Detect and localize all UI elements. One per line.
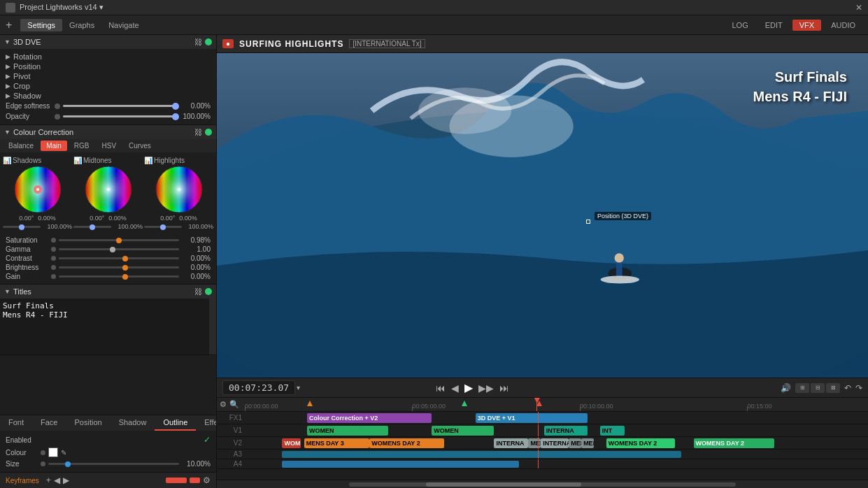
saturation-reset[interactable]: [51, 238, 56, 243]
clip-v1-int[interactable]: INT: [600, 426, 625, 436]
cc-collapse-arrow[interactable]: ▼: [4, 129, 10, 136]
size-reset[interactable]: [41, 461, 45, 466]
rewind-button[interactable]: ⏮: [436, 382, 446, 394]
edge-softness-track[interactable]: [63, 105, 176, 107]
tab-shadow[interactable]: Shadow: [111, 415, 155, 431]
track-fx1-content[interactable]: Colour Correction + V2 3D DVE + V1: [245, 412, 868, 424]
kf-prev-btn[interactable]: ◀: [54, 475, 60, 485]
tab-graphs[interactable]: Graphs: [62, 19, 101, 31]
opacity-reset[interactable]: [55, 114, 60, 120]
ctrl-btn-3[interactable]: ⊠: [826, 383, 840, 393]
edge-softness-reset[interactable]: [55, 103, 60, 109]
audio-icon[interactable]: 🔊: [781, 383, 791, 393]
clip-a4[interactable]: [282, 461, 519, 468]
clip-v2-womens2[interactable]: WOMENS DAY 2: [369, 438, 444, 448]
clip-v2-mend-1[interactable]: MEND: [528, 438, 541, 448]
timeline-scrollbar[interactable]: [217, 480, 868, 488]
clip-v2-womens3[interactable]: WOMENS DAY 2: [606, 438, 675, 448]
nav-audio[interactable]: AUDIO: [824, 20, 862, 31]
colour-reset[interactable]: [41, 450, 45, 455]
clip-a3[interactable]: [282, 451, 681, 458]
tab-effects[interactable]: Effects: [196, 415, 217, 431]
tab-face[interactable]: Face: [32, 415, 66, 431]
clip-cc[interactable]: Colour Correction + V2: [307, 413, 432, 423]
track-v2-content[interactable]: WOM MENS DAY 3 WOMENS DAY 2 INTERNA MEND…: [245, 437, 868, 449]
timecode-arrow[interactable]: ▾: [297, 384, 300, 392]
clip-v2-mens[interactable]: MENS DAY 3: [304, 438, 370, 448]
kf-next-btn[interactable]: ▶: [63, 475, 69, 485]
tab-navigate[interactable]: Navigate: [101, 19, 145, 31]
clip-v2-interna-2[interactable]: INTERNA: [541, 438, 569, 448]
dve-collapse-arrow[interactable]: ▼: [4, 38, 10, 45]
crop-arrow[interactable]: ▶: [6, 82, 10, 89]
nav-log[interactable]: LOG: [725, 20, 755, 31]
highlights-slider[interactable]: [144, 226, 182, 228]
brightness-reset[interactable]: [51, 265, 56, 270]
settings-icon[interactable]: ↶: [844, 383, 851, 393]
tab-position[interactable]: Position: [66, 415, 110, 431]
brightness-track[interactable]: [59, 266, 179, 268]
gain-track[interactable]: [59, 275, 179, 278]
clip-v2-womens4[interactable]: WOMENS DAY 2: [694, 438, 775, 448]
kf-settings-icon[interactable]: ⚙: [203, 475, 211, 485]
shadow-arrow[interactable]: ▶: [6, 92, 10, 99]
timecode-display[interactable]: 00:07:23.07: [222, 380, 295, 395]
ctrl-btn-1[interactable]: ⊞: [795, 383, 809, 393]
clip-v2-wom[interactable]: WOM: [282, 438, 301, 448]
position-arrow[interactable]: ▶: [6, 63, 10, 70]
track-v1-content[interactable]: WOMEN WOMEN INTERNA INT: [245, 424, 868, 436]
ctrl-btn-2[interactable]: ⊟: [811, 383, 825, 393]
clip-v2-men[interactable]: MEN: [569, 438, 581, 448]
add-panel-button[interactable]: +: [6, 19, 12, 31]
saturation-track[interactable]: [59, 239, 179, 241]
tl-settings-icon[interactable]: ⚙: [220, 400, 227, 409]
step-back-button[interactable]: ◀: [451, 382, 459, 394]
shadows-slider[interactable]: [3, 226, 41, 228]
kf-add-btn[interactable]: +: [46, 475, 51, 485]
midtones-slider[interactable]: [73, 226, 111, 228]
shadows-wheel[interactable]: [14, 166, 62, 213]
tab-outline[interactable]: Outline: [155, 415, 196, 431]
contrast-track[interactable]: [59, 257, 179, 259]
nav-vfx[interactable]: VFX: [792, 20, 821, 31]
midtones-wheel[interactable]: [85, 166, 132, 213]
close-button[interactable]: ✕: [855, 3, 862, 13]
clip-v1-interna[interactable]: INTERNA: [544, 426, 588, 436]
colour-swatch[interactable]: [48, 447, 58, 457]
nav-edit[interactable]: EDIT: [758, 20, 790, 31]
track-a4-content[interactable]: [245, 459, 868, 468]
rotation-arrow[interactable]: ▶: [6, 53, 10, 60]
cc-tab-main[interactable]: Main: [41, 141, 67, 151]
titles-collapse-arrow[interactable]: ▼: [4, 288, 10, 295]
cc-tab-curves[interactable]: Curves: [123, 141, 157, 151]
contrast-reset[interactable]: [51, 256, 56, 261]
fast-fwd-button[interactable]: ⏭: [499, 382, 509, 394]
dve-link-icon[interactable]: ⛓: [194, 38, 202, 46]
enabled-checkmark[interactable]: ✓: [204, 435, 211, 445]
clip-v1-women2[interactable]: WOMEN: [432, 426, 494, 436]
opacity-track[interactable]: [63, 115, 176, 117]
size-track[interactable]: [48, 463, 179, 465]
clip-v2-mend-2[interactable]: MEND: [581, 438, 594, 448]
tl-zoom-icon[interactable]: 🔍: [229, 400, 239, 409]
cc-tab-balance[interactable]: Balance: [3, 141, 39, 151]
fullscreen-icon[interactable]: ↷: [855, 383, 862, 393]
track-a3-content[interactable]: [245, 450, 868, 459]
clip-3d[interactable]: 3D DVE + V1: [476, 413, 588, 423]
cc-tab-hsv[interactable]: HSV: [97, 141, 122, 151]
playhead[interactable]: [536, 398, 537, 411]
titles-textarea[interactable]: Surf Finals Mens R4 - FIJI: [0, 299, 209, 354]
titles-link-icon[interactable]: ⛓: [194, 287, 202, 296]
pivot-arrow[interactable]: ▶: [6, 73, 10, 80]
colour-edit-icon[interactable]: ✎: [61, 449, 66, 457]
cc-tab-rgb[interactable]: RGB: [69, 141, 95, 151]
tab-settings[interactable]: Settings: [20, 19, 62, 31]
step-fwd-button[interactable]: ▶▶: [478, 382, 494, 394]
gain-reset[interactable]: [51, 274, 56, 279]
gamma-track[interactable]: [59, 248, 179, 250]
highlights-wheel[interactable]: [155, 166, 203, 213]
cc-link-icon[interactable]: ⛓: [194, 128, 202, 136]
gamma-reset[interactable]: [51, 247, 56, 252]
clip-v1-women[interactable]: WOMEN: [307, 426, 388, 436]
tab-font[interactable]: Font: [0, 415, 32, 431]
